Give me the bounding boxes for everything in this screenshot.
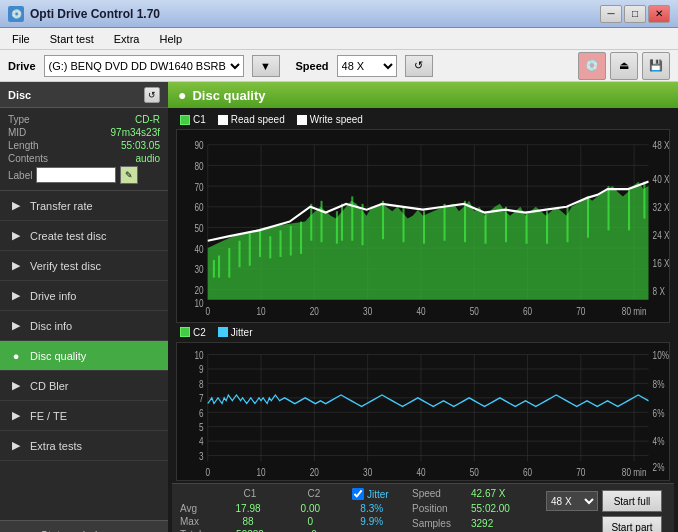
upper-legend: C1 Read speed Write speed bbox=[172, 112, 674, 127]
status-window-label: Status window >> bbox=[41, 529, 128, 533]
speed-value: 42.67 X bbox=[471, 488, 526, 499]
svg-text:30: 30 bbox=[363, 304, 372, 317]
svg-text:24 X: 24 X bbox=[653, 229, 669, 242]
status-window-button[interactable]: Status window >> bbox=[0, 520, 168, 532]
label-input[interactable] bbox=[36, 167, 116, 183]
svg-rect-30 bbox=[336, 211, 338, 243]
svg-text:40 X: 40 X bbox=[653, 173, 669, 186]
maximize-button[interactable]: □ bbox=[624, 5, 646, 23]
max-c1: 88 bbox=[219, 516, 277, 527]
sidebar-item-fe-te[interactable]: ▶ FE / TE bbox=[0, 401, 168, 431]
svg-text:30: 30 bbox=[363, 465, 372, 478]
svg-rect-20 bbox=[228, 248, 230, 278]
svg-rect-24 bbox=[269, 236, 271, 258]
app-title: Opti Drive Control 1.70 bbox=[30, 7, 160, 21]
drive-refresh-button[interactable]: ▼ bbox=[252, 55, 280, 77]
sidebar-item-transfer-rate[interactable]: ▶ Transfer rate bbox=[0, 191, 168, 221]
sidebar-item-label: Extra tests bbox=[30, 440, 82, 452]
svg-rect-42 bbox=[546, 211, 548, 243]
content-header: ● Disc quality bbox=[168, 82, 678, 108]
speed-refresh-button[interactable]: ↺ bbox=[405, 55, 433, 77]
sidebar-item-verify-test-disc[interactable]: ▶ Verify test disc bbox=[0, 251, 168, 281]
toolbar-eject-button[interactable]: ⏏ bbox=[610, 52, 638, 80]
svg-text:10: 10 bbox=[195, 297, 204, 310]
svg-text:40: 40 bbox=[416, 465, 425, 478]
chart-container: C1 Read speed Write speed bbox=[168, 108, 678, 532]
type-label: Type bbox=[8, 114, 30, 125]
menu-file[interactable]: File bbox=[4, 31, 38, 47]
menu-help[interactable]: Help bbox=[151, 31, 190, 47]
sidebar-item-label: Create test disc bbox=[30, 230, 106, 242]
avg-jitter: 8.3% bbox=[347, 503, 396, 514]
sidebar-item-drive-info[interactable]: ▶ Drive info bbox=[0, 281, 168, 311]
menu-start-test[interactable]: Start test bbox=[42, 31, 102, 47]
upper-chart-svg: 90 80 70 60 50 40 30 20 10 48 X 40 X 32 … bbox=[177, 130, 669, 322]
c1-legend-dot bbox=[180, 115, 190, 125]
close-button[interactable]: ✕ bbox=[648, 5, 670, 23]
avg-label: Avg bbox=[180, 503, 215, 514]
verify-test-icon: ▶ bbox=[8, 258, 24, 274]
max-jitter: 9.9% bbox=[347, 516, 396, 527]
sidebar-item-label: FE / TE bbox=[30, 410, 67, 422]
svg-rect-46 bbox=[628, 189, 630, 230]
menu-extra[interactable]: Extra bbox=[106, 31, 148, 47]
cd-bler-icon: ▶ bbox=[8, 378, 24, 394]
svg-text:6%: 6% bbox=[653, 406, 665, 419]
sidebar-item-create-test-disc[interactable]: ▶ Create test disc bbox=[0, 221, 168, 251]
minimize-button[interactable]: ─ bbox=[600, 5, 622, 23]
svg-rect-29 bbox=[321, 201, 323, 242]
svg-text:20: 20 bbox=[195, 283, 204, 296]
svg-rect-45 bbox=[608, 186, 610, 230]
toolbar-disc-button[interactable]: 💿 bbox=[578, 52, 606, 80]
svg-text:20: 20 bbox=[310, 304, 319, 317]
position-label: Position bbox=[412, 503, 467, 514]
svg-text:48 X: 48 X bbox=[653, 139, 669, 152]
disc-info-section: Type CD-R MID 97m34s23f Length 55:03.05 … bbox=[0, 108, 168, 191]
svg-rect-37 bbox=[444, 204, 446, 241]
svg-text:30: 30 bbox=[195, 263, 204, 276]
svg-text:70: 70 bbox=[576, 465, 585, 478]
disc-quality-header-icon: ● bbox=[178, 87, 186, 103]
svg-text:40: 40 bbox=[195, 242, 204, 255]
speed-label: Speed bbox=[412, 488, 467, 499]
svg-text:32 X: 32 X bbox=[653, 201, 669, 214]
avg-c1: 17.98 bbox=[219, 503, 277, 514]
c2-header: C2 bbox=[284, 488, 344, 500]
svg-text:80 min: 80 min bbox=[622, 465, 647, 478]
svg-text:7: 7 bbox=[199, 392, 204, 405]
start-full-button[interactable]: Start full bbox=[602, 490, 662, 512]
toolbar-save-button[interactable]: 💾 bbox=[642, 52, 670, 80]
test-speed-select[interactable]: 48 X bbox=[546, 491, 598, 511]
speed-label: Speed bbox=[296, 60, 329, 72]
jitter-check-row: Jitter bbox=[352, 488, 389, 500]
drive-select[interactable]: (G:) BENQ DVD DD DW1640 BSRB bbox=[44, 55, 244, 77]
transfer-rate-icon: ▶ bbox=[8, 198, 24, 214]
sidebar-item-cd-bler[interactable]: ▶ CD Bler bbox=[0, 371, 168, 401]
lower-chart-svg: 10 9 8 7 6 5 4 3 10% 8% 6% 4% 2% 0 10 bbox=[177, 343, 669, 480]
sidebar-item-extra-tests[interactable]: ▶ Extra tests bbox=[0, 431, 168, 461]
drive-label: Drive bbox=[8, 60, 36, 72]
jitter-checkbox[interactable] bbox=[352, 488, 364, 500]
label-edit-button[interactable]: ✎ bbox=[120, 166, 138, 184]
speed-select[interactable]: 48 X bbox=[337, 55, 397, 77]
drive-bar: Drive (G:) BENQ DVD DD DW1640 BSRB ▼ Spe… bbox=[0, 50, 678, 82]
svg-text:8: 8 bbox=[199, 377, 204, 390]
read-speed-legend-label: Read speed bbox=[231, 114, 285, 125]
write-speed-legend-dot bbox=[297, 115, 307, 125]
extra-tests-icon: ▶ bbox=[8, 438, 24, 454]
svg-rect-27 bbox=[300, 222, 302, 254]
svg-text:60: 60 bbox=[523, 465, 532, 478]
content-area: ● Disc quality C1 Read speed Write speed bbox=[168, 82, 678, 532]
app-icon: 💿 bbox=[8, 6, 24, 22]
c1-legend-label: C1 bbox=[193, 114, 206, 125]
upper-chart: 90 80 70 60 50 40 30 20 10 48 X 40 X 32 … bbox=[176, 129, 670, 323]
start-part-button[interactable]: Start part bbox=[602, 516, 662, 532]
disc-header-label: Disc bbox=[8, 89, 31, 101]
sidebar-item-disc-info[interactable]: ▶ Disc info bbox=[0, 311, 168, 341]
svg-rect-21 bbox=[239, 241, 241, 268]
svg-text:4: 4 bbox=[199, 435, 204, 448]
sidebar-item-disc-quality[interactable]: ● Disc quality bbox=[0, 341, 168, 371]
mid-value: 97m34s23f bbox=[111, 127, 160, 138]
svg-text:80: 80 bbox=[195, 159, 204, 172]
disc-header-button[interactable]: ↺ bbox=[144, 87, 160, 103]
